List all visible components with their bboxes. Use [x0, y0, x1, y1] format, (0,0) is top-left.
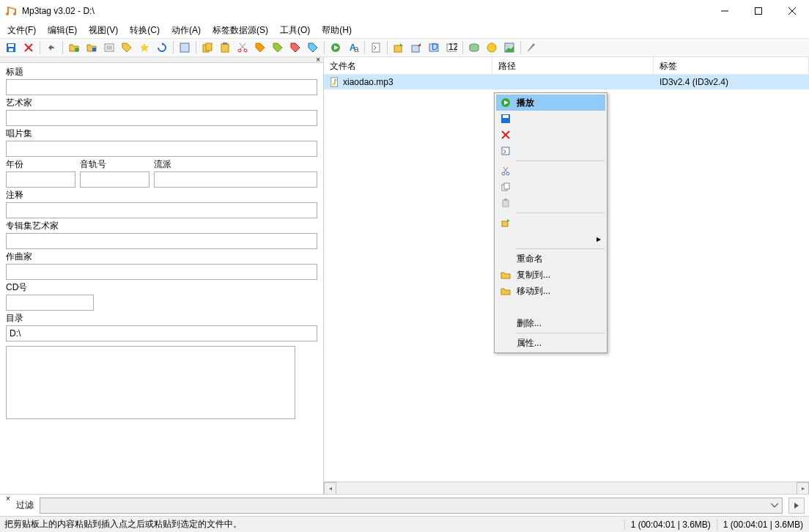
svg-rect-6 [9, 48, 13, 51]
col-tag[interactable]: 标签 [654, 57, 809, 74]
cm-properties[interactable]: 属性... [496, 335, 605, 351]
save-icon[interactable] [3, 40, 19, 56]
context-menu: 播放 ▶ 重命名 复制到... 移动到... 删除... 属性... [494, 92, 607, 353]
label-genre: 流派 [154, 158, 317, 171]
cover-art-box[interactable] [6, 346, 295, 419]
cut-tag-icon[interactable] [234, 40, 251, 56]
svg-rect-45 [502, 147, 509, 155]
menu-tools[interactable]: 工具(O) [274, 23, 316, 38]
tag5-icon[interactable] [305, 40, 321, 56]
star-icon[interactable] [136, 40, 152, 56]
copy-tag-icon[interactable] [199, 40, 215, 56]
tools1-icon[interactable] [368, 40, 384, 56]
col-path[interactable]: 路径 [492, 57, 654, 74]
filter-go-button[interactable] [788, 498, 805, 514]
cm-tag-copy[interactable] [496, 179, 605, 195]
close-button[interactable] [775, 0, 809, 22]
menu-file[interactable]: 文件(F) [1, 23, 42, 38]
cm-remove-file[interactable] [496, 299, 605, 315]
filter-close-icon[interactable]: × [3, 495, 13, 503]
menu-view[interactable]: 视图(V) [83, 23, 124, 38]
tag3-icon[interactable] [270, 40, 286, 56]
label-comment: 注释 [6, 189, 317, 202]
sync-icon[interactable]: D [426, 40, 442, 56]
delete-icon[interactable] [21, 40, 37, 56]
svg-rect-28 [394, 45, 402, 52]
list-header: 文件名 路径 标签 [324, 57, 809, 75]
playlist-icon[interactable] [101, 40, 117, 56]
open-folder-icon[interactable] [66, 40, 82, 56]
h-scrollbar[interactable]: ◂▸ [324, 481, 809, 494]
freedb-icon[interactable] [466, 40, 482, 56]
menu-action[interactable]: 动作(A) [166, 23, 207, 38]
label-cdno: CD号 [6, 281, 94, 294]
cm-move-to[interactable]: 移动到... [496, 283, 605, 299]
cm-copy-to[interactable]: 复制到... [496, 267, 605, 283]
input-track[interactable] [80, 171, 149, 188]
table-row[interactable]: xiaodao.mp3 ID3v2.4 (ID3v2.4) [324, 75, 809, 89]
cm-tag-cut[interactable] [496, 163, 605, 179]
undo-icon[interactable] [43, 40, 59, 56]
cover-icon[interactable] [501, 40, 517, 56]
menu-edit[interactable]: 编辑(E) [42, 23, 83, 38]
cm-tag-ext[interactable] [496, 143, 605, 159]
input-albumartist[interactable] [6, 233, 317, 249]
input-composer[interactable] [6, 264, 317, 280]
svg-text:a: a [354, 44, 359, 53]
input-artist[interactable] [6, 110, 317, 126]
cm-clear-tag[interactable] [496, 127, 605, 143]
menu-help[interactable]: 帮助(H) [316, 23, 358, 38]
input-album[interactable] [6, 141, 317, 157]
svg-point-47 [506, 172, 509, 175]
maximize-button[interactable] [742, 0, 775, 22]
cm-delete[interactable]: 删除... [496, 315, 605, 331]
svg-rect-51 [504, 183, 509, 189]
svg-rect-18 [221, 44, 229, 52]
menu-tagsource[interactable]: 标签数据源(S) [207, 23, 274, 38]
action-a-icon[interactable]: Aa [345, 40, 361, 56]
import-icon[interactable] [408, 40, 424, 56]
svg-rect-29 [412, 45, 419, 52]
label-title: 标题 [6, 66, 317, 78]
cm-tag-paste [496, 195, 605, 211]
col-filename[interactable]: 文件名 [324, 57, 492, 74]
svg-line-23 [240, 43, 245, 49]
tag2-icon[interactable] [252, 40, 268, 56]
tag4-icon[interactable] [287, 40, 303, 56]
input-genre[interactable] [154, 171, 317, 188]
cell-filename: xiaodao.mp3 [343, 77, 394, 87]
refresh-icon[interactable] [154, 40, 170, 56]
num-icon[interactable]: 12 [443, 40, 459, 56]
input-comment[interactable] [6, 202, 317, 218]
save-folder-icon[interactable] [84, 40, 100, 56]
web-icon[interactable] [484, 40, 500, 56]
select-all-icon[interactable] [177, 40, 193, 56]
tag-icon[interactable] [119, 40, 135, 56]
panel-close-icon[interactable]: × [316, 56, 320, 64]
menu-convert[interactable]: 转换(C) [124, 23, 166, 38]
settings-icon[interactable] [524, 40, 540, 56]
title-bar: Mp3tag v3.02 - D:\ [0, 0, 809, 22]
svg-rect-54 [502, 221, 508, 226]
cm-save-tag[interactable] [496, 111, 605, 127]
cm-rename[interactable]: 重命名 [496, 251, 605, 267]
input-title[interactable] [6, 79, 317, 95]
action-icon[interactable] [328, 40, 344, 56]
file-list-panel: 文件名 路径 标签 xiaodao.mp3 ID3v2.4 (ID3v2.4) … [324, 57, 809, 494]
export-icon[interactable] [391, 40, 407, 56]
svg-line-49 [503, 167, 507, 172]
svg-point-37 [507, 45, 509, 48]
cm-play[interactable]: 播放 [496, 95, 605, 111]
filter-input[interactable] [40, 498, 783, 514]
minimize-button[interactable] [708, 0, 742, 22]
list-body[interactable]: xiaodao.mp3 ID3v2.4 (ID3v2.4) 播放 ▶ 重命名 [324, 75, 809, 481]
input-year[interactable] [6, 171, 75, 188]
svg-rect-5 [8, 44, 14, 47]
cm-convert[interactable]: ▶ [496, 231, 605, 247]
svg-rect-15 [180, 43, 189, 52]
input-directory[interactable]: D:\ [6, 325, 317, 341]
paste-tag-icon[interactable] [217, 40, 233, 56]
input-cdno[interactable] [6, 295, 94, 311]
cell-tag: ID3v2.4 (ID3v2.4) [660, 77, 728, 87]
cm-export[interactable] [496, 215, 605, 231]
